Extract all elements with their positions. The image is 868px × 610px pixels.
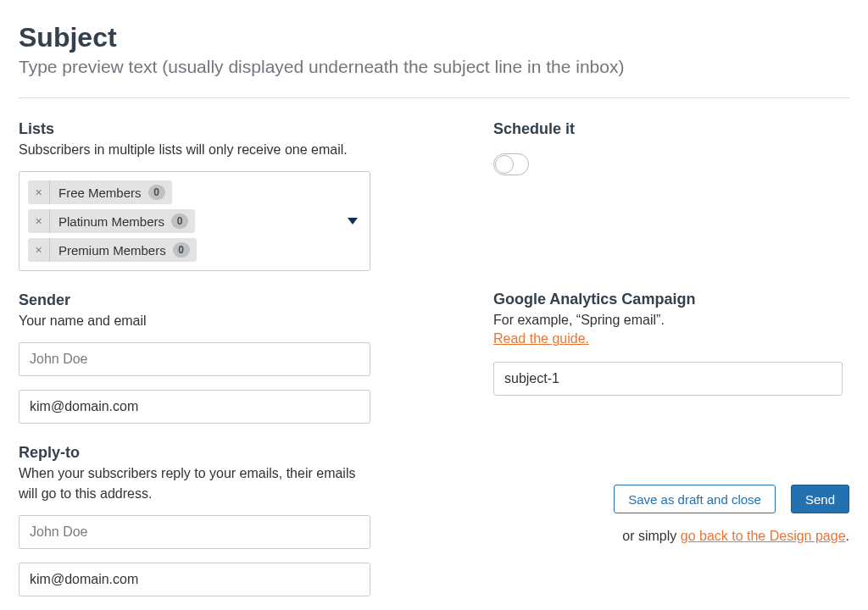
sender-section: Sender Your name and email — [19, 291, 383, 424]
remove-chip-icon[interactable]: × — [28, 238, 50, 262]
analytics-section: Google Analytics Campaign For example, “… — [493, 291, 849, 396]
preview-text[interactable]: Type preview text (usually displayed und… — [19, 57, 849, 77]
schedule-section: Schedule it — [493, 120, 849, 175]
analytics-guide-link[interactable]: Read the guide. — [493, 331, 589, 346]
list-chip: × Platinum Members 0 — [28, 209, 195, 233]
sender-email-input[interactable] — [19, 390, 370, 424]
chip-label: Premium Members — [50, 238, 173, 262]
chip-label: Free Members — [50, 180, 148, 204]
lists-section: Lists Subscribers in multiple lists will… — [19, 120, 383, 271]
analytics-example: For example, “Spring email”. — [493, 310, 849, 330]
divider — [19, 97, 849, 98]
or-back-line: or simply go back to the Design page. — [493, 529, 849, 544]
chevron-down-icon[interactable] — [348, 218, 358, 225]
chip-count-badge: 0 — [173, 242, 190, 258]
list-chip: × Free Members 0 — [28, 180, 172, 204]
chip-count-badge: 0 — [171, 214, 188, 229]
reply-to-name-input[interactable] — [19, 515, 370, 549]
reply-to-email-input[interactable] — [19, 563, 370, 596]
period: . — [846, 529, 849, 543]
toggle-knob — [495, 155, 514, 174]
actions: Save as draft and close Send or simply g… — [493, 485, 849, 544]
lists-subtitle: Subscribers in multiple lists will only … — [19, 140, 383, 159]
schedule-toggle[interactable] — [493, 153, 529, 175]
lists-title: Lists — [19, 120, 383, 138]
list-chip: × Premium Members 0 — [28, 238, 197, 262]
subject-heading[interactable]: Subject — [19, 22, 849, 53]
save-draft-button[interactable]: Save as draft and close — [614, 485, 776, 513]
analytics-campaign-input[interactable] — [493, 362, 843, 396]
send-button[interactable]: Send — [791, 485, 849, 513]
schedule-title: Schedule it — [493, 120, 849, 138]
remove-chip-icon[interactable]: × — [28, 180, 50, 204]
sender-title: Sender — [19, 291, 383, 309]
back-to-design-link[interactable]: go back to the Design page — [681, 529, 846, 543]
sender-name-input[interactable] — [19, 342, 370, 376]
reply-to-title: Reply-to — [19, 444, 383, 462]
chip-count-badge: 0 — [148, 185, 165, 200]
remove-chip-icon[interactable]: × — [28, 209, 50, 233]
or-prefix: or simply — [622, 529, 680, 543]
lists-multiselect[interactable]: × Free Members 0 × Platinum Members 0 × … — [19, 171, 370, 271]
analytics-title: Google Analytics Campaign — [493, 291, 849, 308]
reply-to-section: Reply-to When your subscribers reply to … — [19, 444, 383, 596]
sender-subtitle: Your name and email — [19, 311, 383, 330]
chip-label: Platinum Members — [50, 209, 171, 233]
reply-to-subtitle: When your subscribers reply to your emai… — [19, 463, 370, 502]
